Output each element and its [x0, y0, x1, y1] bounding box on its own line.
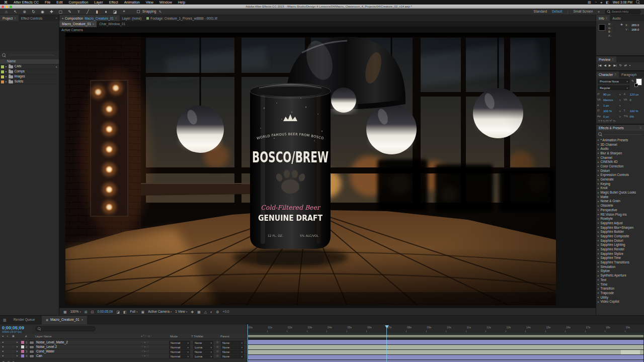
effects-category-label[interactable]: Blur & Sharpen: [601, 151, 622, 155]
effects-category-label[interactable]: Sapphire Time: [601, 256, 621, 259]
snapping-options-icon[interactable]: ✎: [158, 10, 162, 14]
effects-category-label[interactable]: Knoll: [601, 186, 608, 190]
layer-name[interactable]: Noise_Level 2: [36, 345, 57, 349]
character-value[interactable]: 80 px: [603, 93, 618, 96]
view-tab-inactive[interactable]: Char_Window_01: [97, 21, 128, 27]
character-value[interactable]: 1 px: [603, 104, 618, 107]
project-folder-row[interactable]: ▸ Images: [0, 74, 59, 79]
layer-visibility-eye-icon[interactable]: ●: [2, 341, 4, 343]
layer-expand-arrow-icon[interactable]: ▸: [17, 341, 18, 343]
choose-grid-icon[interactable]: ⊞: [85, 310, 88, 314]
project-folder-row[interactable]: ▸ Solids: [0, 79, 59, 84]
effects-category-label[interactable]: Magic Bullet Quick Looks: [601, 191, 636, 194]
layer-trkmat-dropdown[interactable]: Luma▾: [193, 345, 213, 349]
menu-item[interactable]: Animation: [124, 1, 140, 4]
zoom-tool[interactable]: ⊕: [21, 10, 28, 14]
expand-arrow-icon[interactable]: ▸: [598, 269, 599, 273]
expand-arrow-icon[interactable]: ▸: [598, 248, 599, 251]
layer-parent-pickwhip-icon[interactable]: ◎: [216, 341, 218, 343]
layer-parent-pickwhip-icon[interactable]: ◎: [216, 354, 218, 357]
pen-tool[interactable]: ✎: [66, 10, 73, 14]
stroke-color-swatch[interactable]: [634, 83, 638, 87]
menu-item[interactable]: Edit: [56, 1, 62, 4]
effects-category-label[interactable]: Channel: [601, 156, 612, 159]
layer-switches-icons[interactable]: ▫ / ● ▫ /: [141, 354, 148, 357]
effects-category-row[interactable]: ▸ Sapphire Render: [596, 247, 644, 251]
layer-trkmat-dropdown[interactable]: Luma▾: [193, 354, 213, 358]
apple-menu-icon[interactable]: ⌘: [4, 1, 8, 5]
resolution-dropdown[interactable]: Full▾: [130, 310, 138, 314]
expand-arrow-icon[interactable]: ▸: [598, 182, 599, 185]
expand-arrow-icon[interactable]: ▸: [598, 230, 599, 233]
workspace-tab-standard[interactable]: Standard: [534, 10, 547, 14]
expand-arrow-icon[interactable]: ▸: [6, 75, 7, 78]
project-find-icon[interactable]: ⌖: [56, 65, 57, 68]
expand-arrow-icon[interactable]: ▸: [598, 187, 599, 190]
timecode-big[interactable]: 0;00;05;09: [2, 325, 24, 330]
layer-visibility-eye-icon[interactable]: ●: [2, 345, 4, 348]
folder-name[interactable]: Solids: [15, 80, 24, 83]
transport-button[interactable]: ▪: [629, 64, 630, 67]
layer-switches-icons[interactable]: ▫ / ● ▫ /: [141, 341, 148, 343]
work-area-start-marker[interactable]: [247, 324, 248, 362]
layer-parent-dropdown[interactable]: None▾: [221, 350, 244, 354]
font-style-dropdown[interactable]: Regular▾: [598, 85, 629, 90]
menu-item[interactable]: Layer: [94, 1, 103, 4]
tab-info[interactable]: Info≡: [596, 15, 610, 21]
layer-lock-icon[interactable]: ▫: [12, 341, 13, 343]
expand-arrow-icon[interactable]: ▸: [598, 138, 599, 141]
project-name-column-header[interactable]: Name: [0, 59, 59, 64]
expand-arrow-icon[interactable]: ▸: [598, 195, 599, 198]
expand-arrow-icon[interactable]: ▸: [598, 204, 599, 207]
effects-category-label[interactable]: Sapphire Transitions: [601, 260, 629, 264]
layer-name[interactable]: Can: [36, 354, 42, 358]
layer-parent-pickwhip-icon[interactable]: ◎: [216, 350, 218, 352]
workspace-tab-small-screen[interactable]: Small Screen: [573, 10, 593, 14]
effects-category-label[interactable]: Keying: [601, 182, 610, 186]
character-value[interactable]: 0%: [630, 115, 641, 118]
selection-tool[interactable]: ↖: [12, 10, 19, 14]
workspace-overflow-icon[interactable]: »: [598, 10, 600, 14]
spotlight-search-icon[interactable]: [636, 0, 640, 5]
effects-category-label[interactable]: CINEMA 4D: [601, 160, 618, 163]
orbit-camera-tool[interactable]: ↻: [30, 10, 37, 14]
expand-arrow-icon[interactable]: ▸: [598, 169, 599, 172]
timeline-layer-row[interactable]: ● ▫ ▸ 4 Can ▫ / ● ▫ / Normal▾ Luma▾ ◎ No…: [0, 354, 247, 358]
effects-category-label[interactable]: Sapphire Adjust: [601, 221, 623, 225]
region-of-interest-icon[interactable]: ▣: [141, 310, 145, 314]
effects-category-label[interactable]: Expression Controls: [601, 173, 629, 176]
expand-arrow-icon[interactable]: ▸: [598, 243, 599, 246]
expand-arrow-icon[interactable]: ▸: [598, 252, 599, 255]
eyedropper-icon[interactable]: ✎: [631, 79, 634, 82]
line-tool[interactable]: ╱: [85, 10, 91, 14]
layer-lock-icon[interactable]: ▫: [12, 350, 13, 352]
project-folder-row[interactable]: ▸ Comps: [0, 69, 59, 74]
effects-category-row[interactable]: ▸ Sapphire Time: [596, 256, 644, 260]
effects-category-row[interactable]: ▸ Text: [596, 278, 644, 282]
faux-style-buttons[interactable]: T T T̶ TT Tᵀ T¹: [598, 120, 616, 123]
menu-clock[interactable]: Wed 3:08 PM: [613, 1, 632, 4]
effects-category-row[interactable]: ▸ Magic Bullet Quick Looks: [596, 190, 644, 195]
expand-arrow-icon[interactable]: ▸: [598, 160, 599, 163]
expand-arrow-icon[interactable]: ▸: [598, 156, 599, 159]
menu-item[interactable]: Window: [159, 1, 172, 4]
fast-previews-icon[interactable]: ▦: [197, 310, 201, 314]
effects-category-row[interactable]: ▸ Sapphire Composite: [596, 234, 644, 238]
effects-category-row[interactable]: ▸ Sapphire Distort: [596, 238, 644, 243]
effects-category-row[interactable]: ▸ Sapphire Lighting: [596, 243, 644, 247]
effects-category-row[interactable]: ▸ Transition: [596, 286, 644, 291]
transport-button[interactable]: ▶: [609, 64, 611, 67]
type-tool[interactable]: T: [75, 10, 82, 14]
font-family-dropdown[interactable]: Proxima Nova▾: [598, 78, 629, 84]
expand-arrow-icon[interactable]: ▸: [598, 274, 599, 277]
expand-arrow-icon[interactable]: ▸: [598, 300, 599, 303]
effects-category-label[interactable]: Generate: [601, 177, 614, 181]
folder-name[interactable]: Images: [15, 75, 25, 78]
transport-button[interactable]: ⇄: [624, 64, 627, 67]
project-folder-row[interactable]: ▸ CAN: [0, 64, 59, 69]
effects-category-row[interactable]: ▸ * Animation Presets: [596, 138, 644, 142]
effects-category-label[interactable]: Rowbyte: [601, 217, 613, 220]
effects-category-row[interactable]: ▸ Utility: [596, 295, 644, 300]
camera-dropdown[interactable]: Active Camera▾: [148, 310, 172, 314]
effects-category-label[interactable]: Sapphire Blur+Sharpen: [601, 226, 634, 229]
